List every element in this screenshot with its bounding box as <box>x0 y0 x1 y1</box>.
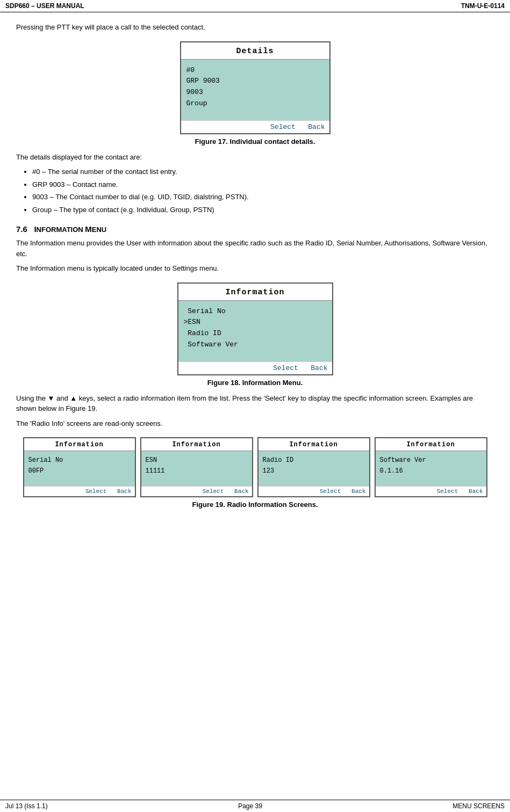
details-line-4: Group <box>186 98 324 110</box>
radio-info-readonly: The 'Radio Info' screens are read-only s… <box>16 418 494 429</box>
softver-select-link[interactable]: Select <box>437 488 458 495</box>
figure19-container: Information Serial No 00FP Select Back I… <box>16 437 494 497</box>
esn-select-link[interactable]: Select <box>203 488 224 495</box>
section-title: INFORMATION MENU <box>34 224 106 234</box>
softver-line-2: 0.1.16 <box>380 466 482 476</box>
details-back-link[interactable]: Back <box>308 123 325 131</box>
footer-left: Jul 13 (Iss 1.1) <box>5 802 48 810</box>
bullet-item-3: 9003 – The Contact number to dial (e.g. … <box>32 192 494 202</box>
esn-line-2: 11111 <box>146 466 248 476</box>
info-line-2: >ESN <box>184 317 327 328</box>
small-screen-radioid-title: Information <box>258 438 369 451</box>
small-screen-radioid: Information Radio ID 123 Select Back <box>257 437 370 497</box>
info-select-link[interactable]: Select <box>273 364 298 372</box>
bullet-item-1: #0 – The serial number of the contact li… <box>32 166 494 177</box>
footer-right: MENU SCREENS <box>452 802 505 810</box>
small-screen-softver-title: Information <box>376 438 486 451</box>
bullet-item-2: GRP 9003 – Contact name. <box>32 179 494 190</box>
details-line-2: GRP 9003 <box>186 76 324 87</box>
small-screen-serialno-footer: Select Back <box>24 486 135 496</box>
header-right: TNM-U-E-0114 <box>461 2 505 10</box>
info-line-3: Radio ID <box>184 328 327 339</box>
small-screen-softver-body: Software Ver 0.1.16 <box>376 451 486 486</box>
details-screen-footer: Select Back <box>181 120 329 133</box>
details-screen: Details #0 GRP 9003 9003 Group Select Ba… <box>180 41 331 134</box>
small-screen-radioid-body: Radio ID 123 <box>258 451 369 486</box>
info-line-1: Serial No <box>184 306 327 317</box>
figure17-container: Details #0 GRP 9003 9003 Group Select Ba… <box>16 41 494 134</box>
radioid-back-link[interactable]: Back <box>351 488 365 495</box>
small-screen-radioid-footer: Select Back <box>258 486 369 496</box>
details-screen-title: Details <box>181 42 329 60</box>
section-number: 7.6 <box>16 224 27 234</box>
small-screen-serialno: Information Serial No 00FP Select Back <box>23 437 136 497</box>
esn-back-link[interactable]: Back <box>234 488 248 495</box>
small-screen-serialno-body: Serial No 00FP <box>24 451 135 486</box>
contact-details-intro: The details displayed for the contact ar… <box>16 152 494 163</box>
section-76-heading: 7.6 INFORMATION MENU <box>16 224 494 234</box>
small-screen-esn-body: ESN 11111 <box>141 451 252 486</box>
page-footer: Jul 13 (Iss 1.1) Page 39 MENU SCREENS <box>0 800 510 812</box>
information-screen-footer: Select Back <box>178 361 332 374</box>
figure18-caption: Figure 18. Information Menu. <box>16 379 494 387</box>
intro-paragraph: Pressing the PTT key will place a call t… <box>16 22 494 33</box>
information-screen-body: Serial No >ESN Radio ID Software Ver <box>178 301 332 361</box>
figure17-caption: Figure 17. Individual contact details. <box>16 137 494 146</box>
information-screen: Information Serial No >ESN Radio ID Soft… <box>177 282 333 375</box>
header-left: SDP660 – USER MANUAL <box>5 2 84 10</box>
details-line-3: 9003 <box>186 87 324 98</box>
small-screen-serialno-title: Information <box>24 438 135 451</box>
small-screen-softver: Information Software Ver 0.1.16 Select B… <box>375 437 487 497</box>
softver-back-link[interactable]: Back <box>469 488 483 495</box>
esn-line-1: ESN <box>146 455 248 466</box>
small-screen-esn-title: Information <box>141 438 252 451</box>
small-screen-esn-footer: Select Back <box>141 486 252 496</box>
serialno-line-2: 00FP <box>28 466 131 476</box>
details-screen-body: #0 GRP 9003 9003 Group <box>181 60 329 120</box>
serialno-select-link[interactable]: Select <box>85 488 107 495</box>
figure18-container: Information Serial No >ESN Radio ID Soft… <box>16 282 494 375</box>
information-screen-title: Information <box>178 284 332 301</box>
serialno-line-1: Serial No <box>28 455 131 466</box>
small-screen-esn: Information ESN 11111 Select Back <box>140 437 253 497</box>
figure19-caption: Figure 19. Radio Information Screens. <box>16 501 494 509</box>
footer-center: Page 39 <box>238 802 262 810</box>
info-line-4: Software Ver <box>184 339 327 351</box>
info-menu-intro: The Information menu provides the User w… <box>16 238 494 259</box>
radioid-line-2: 123 <box>263 466 365 476</box>
info-back-link[interactable]: Back <box>311 364 327 372</box>
bullet-item-4: Group – The type of contact (e.g. Indivi… <box>32 205 494 215</box>
using-keys-text: Using the ▼ and ▲ keys, select a radio i… <box>16 393 494 414</box>
info-menu-location: The Information menu is typically locate… <box>16 263 494 274</box>
small-screen-softver-footer: Select Back <box>376 486 486 496</box>
radioid-line-1: Radio ID <box>263 455 365 466</box>
details-line-1: #0 <box>186 65 324 76</box>
bullet-list: #0 – The serial number of the contact li… <box>32 166 494 215</box>
radioid-select-link[interactable]: Select <box>320 488 341 495</box>
serialno-back-link[interactable]: Back <box>117 488 131 495</box>
softver-line-1: Software Ver <box>380 455 482 466</box>
details-select-link[interactable]: Select <box>270 123 296 131</box>
